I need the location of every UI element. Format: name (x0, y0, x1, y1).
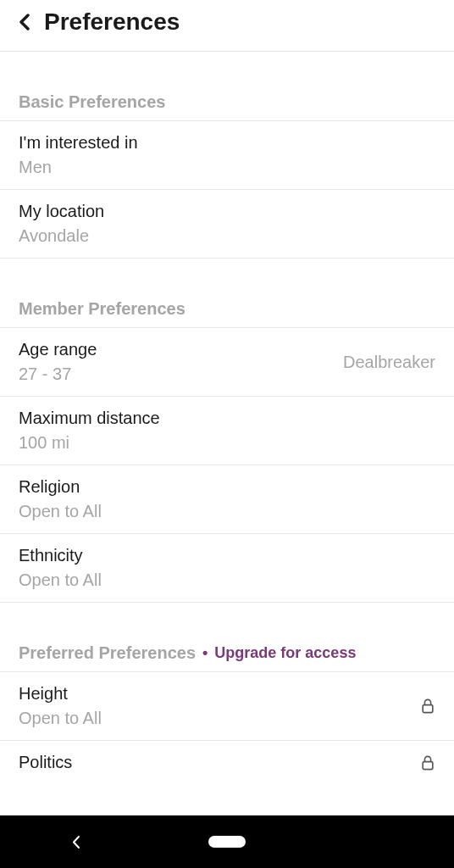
row-label: Height (19, 684, 102, 704)
row-content: Politics (19, 753, 72, 772)
dealbreaker-badge: Dealbreaker (343, 353, 435, 372)
back-button[interactable] (15, 14, 32, 31)
row-label: I'm interested in (19, 133, 138, 153)
android-nav-bar (0, 815, 454, 868)
header: Preferences (0, 0, 454, 51)
row-icon-area (420, 755, 435, 771)
row-value: Men (19, 158, 138, 177)
row-value: 100 mi (19, 433, 160, 453)
row-label: My location (19, 202, 104, 221)
row-politics[interactable]: Politics (0, 740, 454, 784)
section-header-preferred: Preferred Preferences • Upgrade for acce… (0, 643, 454, 671)
section-basic: Basic Preferences I'm interested in Men … (0, 52, 454, 259)
row-label: Age range (19, 340, 97, 359)
svg-rect-1 (423, 761, 433, 769)
row-label: Ethnicity (19, 546, 102, 565)
svg-rect-0 (423, 705, 433, 713)
row-label: Politics (19, 753, 72, 772)
row-value: Open to All (19, 570, 102, 590)
row-religion[interactable]: Religion Open to All (0, 465, 454, 533)
row-content: Religion Open to All (19, 477, 102, 521)
section-preferred: Preferred Preferences • Upgrade for acce… (0, 603, 454, 784)
row-content: My location Avondale (19, 202, 104, 246)
row-maximum-distance[interactable]: Maximum distance 100 mi (0, 396, 454, 465)
section-header-member: Member Preferences (0, 299, 454, 327)
row-label: Maximum distance (19, 409, 160, 428)
row-value: 27 - 37 (19, 364, 97, 384)
row-age-range[interactable]: Age range 27 - 37 Dealbreaker (0, 327, 454, 396)
row-my-location[interactable]: My location Avondale (0, 189, 454, 259)
section-header-label: Preferred Preferences (19, 643, 196, 663)
row-ethnicity[interactable]: Ethnicity Open to All (0, 533, 454, 603)
nav-back-button[interactable] (50, 835, 101, 849)
section-member: Member Preferences Age range 27 - 37 Dea… (0, 259, 454, 603)
page-title: Preferences (44, 8, 180, 36)
upgrade-link[interactable]: Upgrade for access (214, 644, 356, 662)
row-height[interactable]: Height Open to All (0, 671, 454, 740)
row-content: Height Open to All (19, 684, 102, 728)
row-value: Avondale (19, 226, 104, 246)
row-badge-area: Dealbreaker (343, 353, 435, 372)
row-icon-area (420, 698, 435, 714)
row-content: Maximum distance 100 mi (19, 409, 160, 453)
section-header-basic: Basic Preferences (0, 92, 454, 120)
lock-icon (420, 755, 435, 771)
chevron-left-icon (71, 835, 80, 849)
row-value: Open to All (19, 502, 102, 521)
row-value: Open to All (19, 709, 102, 728)
chevron-left-icon (19, 14, 30, 31)
lock-icon (420, 698, 435, 714)
row-content: Age range 27 - 37 (19, 340, 97, 384)
row-interested-in[interactable]: I'm interested in Men (0, 120, 454, 189)
row-content: Ethnicity Open to All (19, 546, 102, 590)
nav-home-button[interactable] (202, 836, 252, 848)
row-content: I'm interested in Men (19, 133, 138, 177)
row-label: Religion (19, 477, 102, 497)
bullet-separator: • (202, 644, 208, 662)
home-pill-icon (208, 836, 246, 848)
